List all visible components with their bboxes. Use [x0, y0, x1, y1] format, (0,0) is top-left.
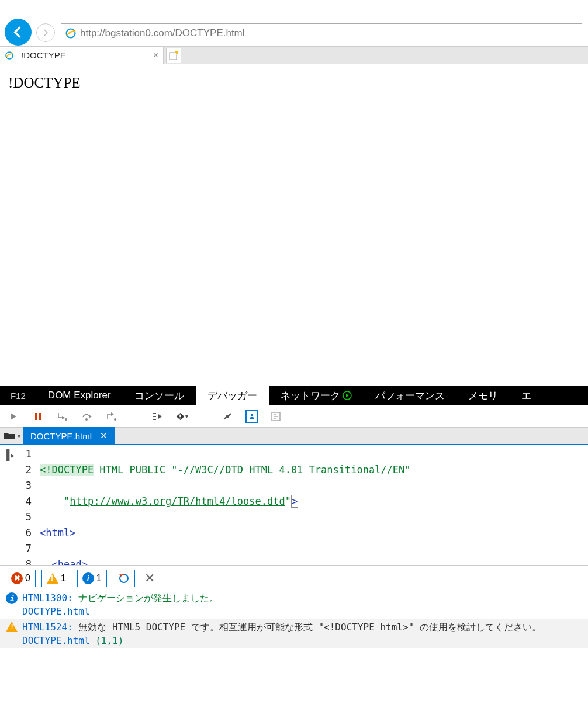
msg-loc: (1,1)	[95, 635, 123, 646]
pause-button[interactable]	[32, 410, 44, 423]
code-token: http://www.w3.org/TR/html4/loose.dtd	[70, 495, 285, 507]
tab-memory[interactable]: メモリ	[456, 386, 510, 405]
msg-text: ナビゲーションが発生しました。	[78, 592, 219, 603]
line-num: 6	[19, 525, 32, 541]
pretty-print-button[interactable]	[270, 410, 283, 423]
devtools-tabs: F12 DOM Explorer コンソール デバッガー ネットワーク パフォー…	[0, 386, 588, 405]
svg-marker-11	[89, 415, 92, 418]
arrow-right-icon	[40, 27, 51, 38]
file-tab-active[interactable]: DOCTYPE.html ✕	[23, 427, 115, 445]
svg-rect-2	[170, 53, 177, 60]
msg-file[interactable]: DOCTYPE.html	[22, 606, 582, 617]
clear-on-navigate-button[interactable]	[113, 570, 135, 587]
svg-point-10	[65, 418, 67, 421]
file-tab-label: DOCTYPE.html	[30, 431, 92, 441]
console-filter-bar: ✖ 0 1 i 1 ✕	[0, 565, 588, 590]
tab-debugger[interactable]: デバッガー	[196, 386, 269, 405]
code-token: <!DOCTYPE	[40, 464, 94, 476]
msg-file-line[interactable]: DOCTYPE.html (1,1)	[22, 635, 582, 646]
svg-marker-6	[11, 413, 16, 420]
svg-point-0	[67, 29, 75, 38]
new-tab-button[interactable]	[166, 48, 181, 63]
tab-more[interactable]: エ	[510, 386, 543, 405]
warnings-filter[interactable]: 1	[41, 570, 71, 587]
svg-point-19	[226, 415, 229, 418]
code-token: <head>	[51, 558, 87, 565]
warning-icon	[6, 622, 18, 632]
refresh-x-icon	[118, 572, 130, 584]
disconnect-button[interactable]	[221, 410, 234, 423]
info-icon: i	[6, 592, 18, 604]
ie-icon	[65, 27, 77, 39]
breakpoint-gutter[interactable]: ▐▸	[0, 445, 19, 565]
tab-console[interactable]: コンソール	[123, 386, 196, 405]
console-message[interactable]: i HTML1300: ナビゲーションが発生しました。 DOCTYPE.html	[0, 590, 588, 619]
line-num: 5	[19, 509, 32, 525]
code-lines: <!DOCTYPE HTML PUBLIC "-//W3C//DTD HTML …	[35, 445, 411, 565]
browser-tab[interactable]: !DOCTYPE ×	[0, 47, 164, 64]
page-heading: !DOCTYPE	[8, 75, 81, 91]
warning-icon	[47, 573, 58, 584]
errors-count: 0	[25, 573, 30, 584]
back-button[interactable]	[5, 19, 32, 46]
browser-nav: http://bgstation0.com/DOCTYPE.html	[0, 0, 588, 47]
svg-point-20	[251, 414, 253, 416]
devtools-panel: F12 DOM Explorer コンソール デバッガー ネットワーク パフォー…	[0, 386, 588, 701]
folder-button[interactable]: ▾	[0, 428, 23, 444]
code-token: <html>	[40, 527, 75, 539]
info-count: 1	[96, 573, 102, 584]
tab-title: !DOCTYPE	[21, 50, 66, 60]
line-num: 4	[19, 494, 32, 509]
debugger-toolbar: ▾	[0, 405, 588, 428]
code-token: "	[64, 495, 70, 507]
warnings-count: 1	[61, 573, 66, 584]
step-over-button[interactable]	[81, 410, 94, 423]
just-my-code-button[interactable]	[245, 410, 258, 423]
svg-rect-18	[179, 417, 181, 418]
info-filter[interactable]: i 1	[77, 570, 107, 587]
tab-dom-explorer[interactable]: DOM Explorer	[36, 386, 123, 405]
svg-marker-5	[346, 394, 349, 397]
line-num: 1	[19, 446, 32, 462]
msg-file: DOCTYPE.html	[22, 635, 90, 646]
clear-console-button[interactable]: ✕	[144, 571, 155, 586]
line-num: 3	[19, 478, 32, 494]
tab-network-label: ネットワーク	[281, 389, 340, 402]
exception-behavior-button[interactable]: ▾	[175, 410, 188, 423]
forward-button	[36, 23, 55, 42]
tab-strip: !DOCTYPE ×	[0, 47, 588, 64]
svg-rect-7	[35, 413, 37, 420]
file-tabs: ▾ DOCTYPE.html ✕	[0, 428, 588, 445]
console-message[interactable]: HTML1524: 無効な HTML5 DOCTYPE です。相互運用が可能な形…	[0, 619, 588, 648]
line-num: 2	[19, 462, 32, 478]
svg-point-12	[85, 418, 88, 421]
url-bar[interactable]: http://bgstation0.com/DOCTYPE.html	[61, 23, 582, 43]
errors-filter[interactable]: ✖ 0	[6, 570, 36, 587]
step-in-button[interactable]	[56, 410, 69, 423]
code-token: HTML PUBLIC "-//W3C//DTD HTML 4.01 Trans…	[94, 464, 410, 476]
line-num: 7	[19, 541, 32, 557]
break-new-worker-button[interactable]	[151, 410, 164, 423]
tab-performance[interactable]: パフォーマンス	[364, 386, 456, 405]
f12-label: F12	[0, 386, 36, 405]
svg-rect-8	[39, 413, 41, 420]
tab-network[interactable]: ネットワーク	[269, 386, 364, 405]
code-token: >	[291, 495, 298, 508]
svg-point-14	[114, 418, 116, 421]
continue-button[interactable]	[7, 410, 20, 423]
svg-marker-15	[158, 414, 162, 419]
code-editor[interactable]: ▐▸ 1 2 3 4 5 6 7 8 <!DOCTYPE HTML PUBLIC…	[0, 445, 588, 565]
msg-text: 無効な HTML5 DOCTYPE です。相互運用が可能な形式 "<!DOCTY…	[78, 622, 541, 633]
svg-marker-9	[62, 416, 65, 419]
page-body: !DOCTYPE	[0, 64, 588, 102]
new-tab-icon	[168, 50, 179, 61]
console-messages: i HTML1300: ナビゲーションが発生しました。 DOCTYPE.html…	[0, 590, 588, 648]
close-tab-button[interactable]: ×	[153, 50, 158, 61]
step-out-button[interactable]	[105, 410, 118, 423]
file-tab-close[interactable]: ✕	[100, 431, 108, 441]
code-token: "	[285, 495, 291, 507]
line-numbers: 1 2 3 4 5 6 7 8	[19, 445, 35, 565]
msg-code: HTML1300:	[22, 592, 73, 603]
arrow-left-icon	[11, 25, 26, 40]
ie-icon	[5, 51, 14, 60]
